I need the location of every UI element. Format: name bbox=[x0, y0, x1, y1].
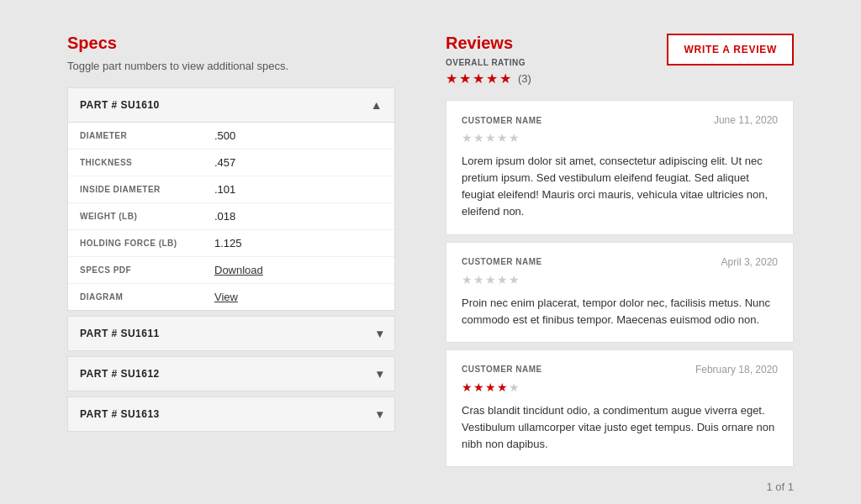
spec-label: THICKNESS bbox=[80, 158, 214, 167]
review-date: June 11, 2020 bbox=[714, 114, 778, 126]
spec-label: HOLDING FORCE (lb) bbox=[80, 239, 214, 248]
spec-row: HOLDING FORCE (lb)1.125 bbox=[68, 230, 394, 257]
part-block-su1612: PART # SU1612▾ bbox=[67, 356, 395, 391]
review-card-header: CUSTOMER NAMEApril 3, 2020 bbox=[462, 256, 778, 268]
review-card-header: CUSTOMER NAMEFebruary 18, 2020 bbox=[462, 364, 778, 375]
spec-row: SPECS PDFDownload bbox=[68, 257, 394, 284]
star-4: ★ bbox=[486, 71, 498, 87]
review-card: CUSTOMER NAMEApril 3, 2020★★★★★Proin nec… bbox=[446, 242, 794, 343]
spec-value: .018 bbox=[214, 210, 235, 223]
review-text: Proin nec enim placerat, tempor dolor ne… bbox=[462, 295, 778, 328]
star-icon: ★ bbox=[497, 273, 508, 286]
reviews-list: CUSTOMER NAMEJune 11, 2020★★★★★Lorem ips… bbox=[446, 100, 794, 467]
spec-value: .500 bbox=[214, 129, 235, 142]
review-stars: ★★★★★ bbox=[462, 273, 778, 286]
review-date: April 3, 2020 bbox=[721, 256, 778, 268]
review-stars: ★★★★★ bbox=[462, 381, 778, 394]
specs-hint: Toggle part numbers to view additional s… bbox=[67, 60, 395, 72]
chevron-icon-su1610: ▲ bbox=[371, 98, 383, 112]
star-icon: ★ bbox=[497, 131, 508, 144]
spec-row: THICKNESS.457 bbox=[68, 150, 394, 176]
chevron-icon-su1613: ▾ bbox=[377, 407, 383, 421]
write-review-button[interactable]: WRITE A REVIEW bbox=[667, 34, 794, 66]
spec-label: WEIGHT (lb) bbox=[80, 212, 214, 221]
part-label-su1610: PART # SU1610 bbox=[80, 99, 160, 111]
overall-rating-label: OVERALL RATING bbox=[446, 58, 531, 67]
part-block-su1613: PART # SU1613▾ bbox=[67, 396, 395, 432]
spec-row: WEIGHT (lb).018 bbox=[68, 203, 394, 230]
reviewer-name: CUSTOMER NAME bbox=[462, 257, 542, 266]
star-2: ★ bbox=[459, 71, 471, 87]
star-icon: ★ bbox=[509, 131, 520, 144]
specs-title: Specs bbox=[67, 34, 395, 53]
star-icon: ★ bbox=[462, 273, 473, 286]
part-label-su1613: PART # SU1613 bbox=[80, 408, 160, 420]
spec-label: SPECS PDF bbox=[80, 265, 214, 275]
reviewer-name: CUSTOMER NAME bbox=[462, 365, 542, 374]
part-header-su1610[interactable]: PART # SU1610▲ bbox=[68, 88, 394, 122]
specs-panel: Specs Toggle part numbers to view additi… bbox=[67, 34, 395, 437]
spec-value: 1.125 bbox=[214, 237, 242, 249]
star-3: ★ bbox=[473, 71, 484, 87]
star-icon: ★ bbox=[485, 131, 496, 144]
star-icon: ★ bbox=[509, 273, 520, 286]
spec-value: .101 bbox=[214, 183, 235, 196]
reviewer-name: CUSTOMER NAME bbox=[462, 116, 542, 125]
star-icon: ★ bbox=[462, 381, 473, 394]
star-icon: ★ bbox=[473, 131, 484, 144]
star-icon: ★ bbox=[485, 273, 496, 286]
review-card-header: CUSTOMER NAMEJune 11, 2020 bbox=[462, 114, 778, 126]
star-icon: ★ bbox=[497, 381, 508, 394]
star-icon: ★ bbox=[485, 381, 496, 394]
part-header-su1612[interactable]: PART # SU1612▾ bbox=[68, 357, 394, 391]
part-header-su1613[interactable]: PART # SU1613▾ bbox=[68, 397, 394, 431]
star-icon: ★ bbox=[509, 381, 520, 394]
review-card: CUSTOMER NAMEFebruary 18, 2020★★★★★Cras … bbox=[446, 349, 794, 467]
part-label-su1612: PART # SU1612 bbox=[80, 368, 160, 380]
star-icon: ★ bbox=[462, 131, 473, 144]
star-icon: ★ bbox=[473, 273, 484, 286]
overall-stars-row: ★ ★ ★ ★ ★ (3) bbox=[446, 71, 531, 87]
part-body-su1610: DIAMETER.500THICKNESS.457INSIDE DIAMETER… bbox=[68, 122, 394, 310]
spec-row: DIAMETER.500 bbox=[68, 123, 394, 150]
star-half: ★ bbox=[499, 71, 511, 87]
spec-label: DIAMETER bbox=[80, 131, 214, 140]
pagination: 1 of 1 bbox=[446, 474, 794, 493]
part-block-su1611: PART # SU1611▾ bbox=[67, 316, 395, 351]
spec-value: .457 bbox=[214, 156, 235, 169]
spec-row: INSIDE DIAMETER.101 bbox=[68, 176, 394, 203]
star-1: ★ bbox=[446, 71, 457, 87]
part-header-su1611[interactable]: PART # SU1611▾ bbox=[68, 317, 394, 350]
spec-value[interactable]: View bbox=[214, 291, 238, 303]
review-card: CUSTOMER NAMEJune 11, 2020★★★★★Lorem ips… bbox=[446, 100, 794, 235]
part-block-su1610: PART # SU1610▲DIAMETER.500THICKNESS.457I… bbox=[67, 87, 395, 311]
review-stars: ★★★★★ bbox=[462, 131, 778, 144]
page-container: Specs Toggle part numbers to view additi… bbox=[0, 0, 861, 504]
spec-label: DIAGRAM bbox=[80, 292, 214, 302]
spec-label: INSIDE DIAMETER bbox=[80, 185, 214, 194]
reviews-title: Reviews bbox=[446, 34, 531, 53]
chevron-icon-su1611: ▾ bbox=[377, 327, 383, 340]
reviews-header-left: Reviews OVERALL RATING ★ ★ ★ ★ ★ (3) bbox=[446, 34, 531, 87]
reviews-header: Reviews OVERALL RATING ★ ★ ★ ★ ★ (3) WRI… bbox=[446, 34, 794, 87]
parts-list: PART # SU1610▲DIAMETER.500THICKNESS.457I… bbox=[67, 87, 395, 432]
spec-row: DIAGRAMView bbox=[68, 284, 394, 310]
chevron-icon-su1612: ▾ bbox=[377, 367, 383, 381]
spec-value[interactable]: Download bbox=[214, 264, 263, 276]
reviews-panel: Reviews OVERALL RATING ★ ★ ★ ★ ★ (3) WRI… bbox=[446, 34, 794, 493]
review-date: February 18, 2020 bbox=[695, 364, 778, 375]
review-text: Lorem ipsum dolor sit amet, consectetur … bbox=[462, 153, 778, 221]
star-icon: ★ bbox=[473, 381, 484, 394]
part-label-su1611: PART # SU1611 bbox=[80, 328, 160, 339]
review-count: (3) bbox=[518, 72, 531, 85]
review-text: Cras blandit tincidunt odio, a condiment… bbox=[462, 402, 778, 453]
